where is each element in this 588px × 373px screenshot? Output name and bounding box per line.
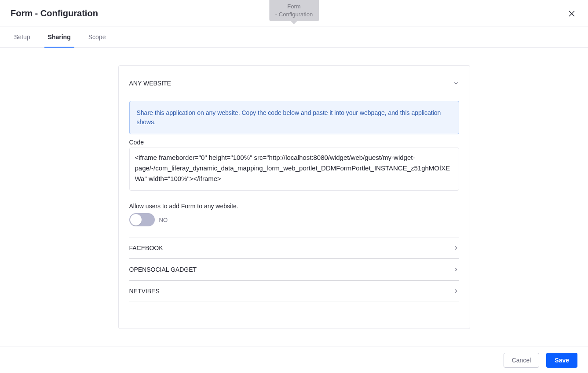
accordion-header-netvibes[interactable]: NETVIBES [129, 281, 459, 302]
toggle-knob [130, 214, 142, 225]
toggle-section: Allow users to add Form to any website. … [129, 203, 459, 226]
toggle-row: NO [129, 213, 459, 226]
accordion-header-opensocial[interactable]: OPENSOCIAL GADGET [129, 259, 459, 280]
tab-setup[interactable]: Setup [11, 26, 34, 48]
info-alert: Share this application on any website. C… [129, 101, 459, 134]
chevron-right-icon [453, 266, 459, 273]
accordion-title-netvibes: NETVIBES [129, 288, 160, 295]
close-button[interactable] [566, 8, 577, 19]
close-icon [568, 10, 576, 18]
toggle-label: Allow users to add Form to any website. [129, 203, 459, 210]
tab-sharing[interactable]: Sharing [44, 26, 74, 48]
tooltip-line1: Form [275, 3, 313, 11]
header-tooltip: Form - Configuration [269, 0, 319, 21]
accordion-opensocial: OPENSOCIAL GADGET [129, 259, 459, 281]
cancel-button[interactable]: Cancel [504, 353, 540, 368]
accordion-title-opensocial: OPENSOCIAL GADGET [129, 266, 197, 273]
code-textarea[interactable] [129, 148, 459, 191]
chevron-down-icon [453, 80, 459, 86]
sharing-panel: ANY WEBSITE Share this application on an… [118, 65, 470, 329]
save-button[interactable]: Save [546, 353, 577, 368]
accordion-title-facebook: FACEBOOK [129, 244, 163, 251]
accordion-body-any-website: Share this application on any website. C… [129, 101, 459, 237]
modal-footer: Cancel Save [0, 347, 588, 373]
tab-bar: Setup Sharing Scope [0, 26, 588, 48]
chevron-right-icon [453, 288, 459, 294]
code-label: Code [129, 139, 459, 146]
accordion-netvibes: NETVIBES [129, 281, 459, 302]
accordion-any-website: ANY WEBSITE Share this application on an… [129, 76, 459, 237]
main-content: ANY WEBSITE Share this application on an… [0, 48, 588, 347]
page-title: Form - Configuration [11, 8, 98, 18]
toggle-state-text: NO [159, 217, 168, 223]
allow-any-website-toggle[interactable] [129, 213, 155, 226]
tab-scope[interactable]: Scope [85, 26, 110, 48]
tooltip-line2: - Configuration [275, 11, 313, 18]
accordion-facebook: FACEBOOK [129, 237, 459, 259]
chevron-right-icon [453, 245, 459, 251]
accordion-title-any-website: ANY WEBSITE [129, 80, 171, 87]
accordion-header-any-website[interactable]: ANY WEBSITE [129, 76, 459, 94]
accordion-header-facebook[interactable]: FACEBOOK [129, 237, 459, 259]
